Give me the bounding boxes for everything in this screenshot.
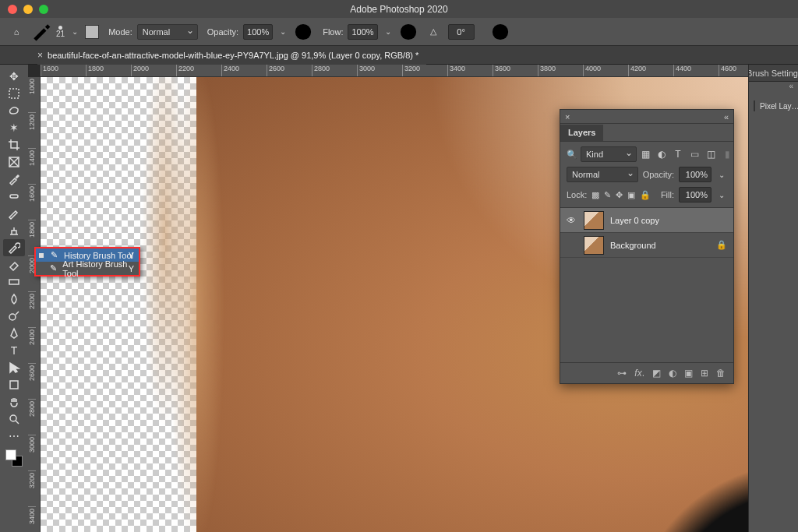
layer-name[interactable]: Background	[610, 241, 710, 250]
brush-settings-tab[interactable]: Brush Setting:	[749, 65, 798, 82]
home-icon[interactable]: ⌂	[6, 22, 26, 42]
lock-brush-icon[interactable]: ✎	[604, 190, 611, 200]
collapse-panel-icon[interactable]: «	[724, 112, 729, 122]
chevron-down-icon[interactable]: ⌄	[383, 27, 394, 36]
pen-tool[interactable]	[3, 325, 25, 342]
maximize-window-icon[interactable]	[39, 5, 48, 14]
pixel-filter-icon[interactable]: ▦	[640, 149, 651, 160]
lock-icon[interactable]: 🔒	[716, 240, 727, 250]
adjustment-layer-icon[interactable]: ◐	[669, 368, 676, 379]
flyout-item-art-history-brush[interactable]: ✎ Art History Brush Tool Y	[36, 262, 139, 275]
gradient-tool[interactable]	[3, 273, 25, 291]
move-tool[interactable]: ✥	[3, 68, 25, 85]
blur-tool[interactable]	[3, 291, 25, 308]
blend-mode-dropdown[interactable]: Normal	[137, 24, 198, 40]
window-controls	[0, 5, 48, 14]
eraser-tool[interactable]	[3, 256, 25, 273]
shape-filter-icon[interactable]: ▭	[689, 149, 700, 160]
layer-row[interactable]: Background 🔒	[560, 233, 733, 258]
layer-mask-icon[interactable]: ◩	[652, 368, 661, 379]
path-selection-tool[interactable]	[3, 359, 25, 376]
document-tab-label: beautiful-face-of-an-attractive-model-wi…	[48, 51, 418, 60]
pixel-layer-panel-button[interactable]: Pixel Lay…	[749, 94, 798, 118]
layers-panel[interactable]: × « Layers 🔍 Kind ▦ ◐ T ▭ ◫ ▮	[560, 109, 734, 384]
minimize-window-icon[interactable]	[23, 5, 33, 14]
smart-filter-icon[interactable]: ◫	[705, 149, 716, 160]
crop-tool[interactable]	[3, 136, 25, 153]
layer-name[interactable]: Layer 0 copy	[610, 216, 727, 225]
layer-filter-dropdown[interactable]: Kind	[581, 146, 637, 162]
edit-toolbar[interactable]: ⋯	[3, 428, 25, 445]
wand-tool[interactable]: ✶	[3, 119, 25, 136]
history-brush-tool[interactable]	[3, 239, 25, 256]
svg-point-8	[9, 314, 16, 320]
document-tabs: × beautiful-face-of-an-attractive-model-…	[0, 46, 798, 65]
fill-label: Fill:	[661, 190, 674, 199]
layer-opacity-label: Opacity:	[643, 170, 674, 179]
clone-stamp-tool[interactable]	[3, 222, 25, 239]
layer-group-icon[interactable]: ▣	[684, 368, 693, 379]
lock-pixels-icon[interactable]: ▩	[591, 190, 599, 200]
brush-tool[interactable]	[3, 205, 25, 222]
layer-fx-icon[interactable]: fx.	[634, 368, 644, 379]
delete-layer-icon[interactable]: 🗑	[716, 368, 726, 379]
angle-icon[interactable]: △	[423, 22, 443, 42]
lasso-tool[interactable]	[3, 102, 25, 119]
collapse-dock-icon[interactable]: «	[749, 82, 798, 94]
lock-position-icon[interactable]: ✥	[616, 190, 623, 200]
link-layers-icon[interactable]: ⊶	[617, 368, 627, 379]
foreground-color-swatch[interactable]	[5, 449, 16, 460]
brush-preview-swatch[interactable]	[85, 25, 99, 39]
history-brush-icon: ✎	[48, 250, 59, 260]
history-brush-flyout: ✎ History Brush Tool Y ✎ Art History Bru…	[34, 247, 140, 277]
vertical-ruler[interactable]: 1000120014001600180020002200240026002800…	[28, 77, 41, 532]
shape-tool[interactable]	[3, 376, 25, 393]
pressure-size-icon[interactable]	[490, 22, 510, 42]
pressure-opacity-icon[interactable]	[293, 22, 313, 42]
chevron-down-icon[interactable]: ⌄	[716, 171, 727, 179]
svg-rect-6	[10, 195, 18, 198]
tool-preset-icon[interactable]	[31, 22, 51, 42]
chevron-down-icon[interactable]: ⌄	[716, 191, 727, 199]
document-tab[interactable]: × beautiful-face-of-an-attractive-model-…	[37, 46, 426, 65]
lock-artboard-icon[interactable]: ▣	[627, 190, 635, 200]
layer-row[interactable]: 👁 Layer 0 copy	[560, 208, 733, 233]
marquee-tool[interactable]	[3, 85, 25, 102]
layer-opacity-input[interactable]: 100%	[679, 167, 711, 182]
main-area: ✥ ✶ T ⋯ 16001800200022002400260028003000…	[0, 65, 798, 532]
layer-thumbnail[interactable]	[584, 236, 604, 255]
close-window-icon[interactable]	[8, 5, 17, 14]
filter-toggle-icon[interactable]: ▮	[722, 149, 733, 160]
layer-thumbnail[interactable]	[584, 211, 604, 230]
svg-rect-4	[9, 89, 19, 98]
eyedropper-tool[interactable]	[3, 171, 25, 188]
frame-tool[interactable]	[3, 153, 25, 171]
healing-brush-tool[interactable]	[3, 188, 25, 205]
type-filter-icon[interactable]: T	[673, 149, 683, 160]
dodge-tool[interactable]	[3, 308, 25, 325]
lock-all-icon[interactable]: 🔒	[640, 190, 651, 200]
layer-blend-mode-dropdown[interactable]: Normal	[567, 167, 638, 182]
hand-tool[interactable]	[3, 393, 25, 410]
close-tab-icon[interactable]: ×	[37, 50, 43, 61]
flow-input[interactable]: 100%	[348, 24, 377, 40]
airbrush-icon[interactable]	[398, 22, 418, 42]
chevron-down-icon[interactable]: ⌄	[69, 27, 80, 36]
layers-tab[interactable]: Layers	[560, 125, 603, 141]
zoom-tool[interactable]	[3, 410, 25, 428]
visibility-toggle-icon[interactable]: 👁	[567, 215, 577, 226]
new-layer-icon[interactable]: ⊞	[701, 368, 708, 379]
close-panel-icon[interactable]: ×	[565, 112, 570, 122]
foreground-background-colors[interactable]	[5, 449, 23, 467]
flyout-item-label: Art History Brush Tool	[62, 259, 136, 278]
chevron-down-icon[interactable]: ⌄	[277, 27, 288, 36]
opacity-input[interactable]: 100%	[243, 24, 273, 40]
angle-input[interactable]: 0°	[448, 24, 475, 40]
panel-header[interactable]: × «	[560, 110, 733, 124]
horizontal-ruler[interactable]: 1600180020002200240026002800300032003400…	[41, 65, 748, 77]
adjustment-filter-icon[interactable]: ◐	[656, 149, 667, 160]
brush-size-indicator[interactable]: 21	[56, 26, 65, 38]
fill-input[interactable]: 100%	[679, 187, 711, 203]
search-icon[interactable]: 🔍	[567, 150, 577, 160]
type-tool[interactable]: T	[3, 342, 25, 359]
